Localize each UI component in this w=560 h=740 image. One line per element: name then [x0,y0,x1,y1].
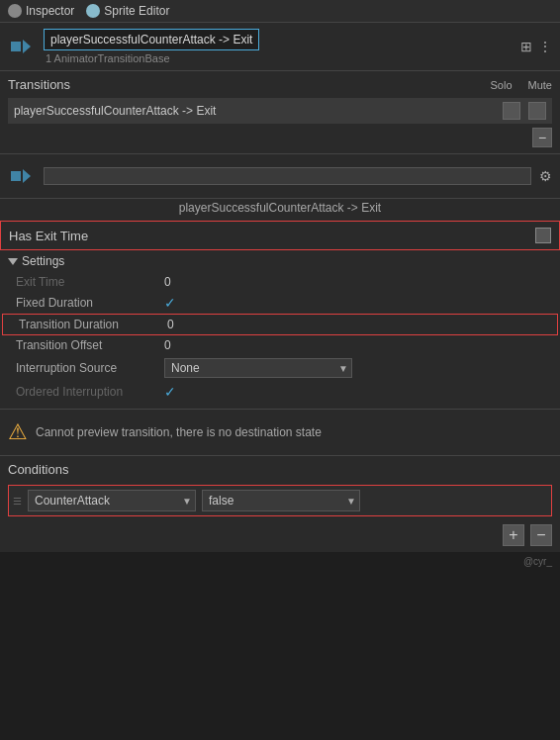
interruption-source-label: Interruption Source [16,361,164,375]
interruption-source-dropdown[interactable]: None Current State Next State Current St… [164,358,352,378]
preview-arrow-icon [8,162,36,190]
ordered-interruption-row: Ordered Interruption ✓ [0,381,560,403]
drag-handle-icon[interactable]: ☰ [13,496,22,507]
title-main: playerSuccessfulCounterAttack -> Exit [44,29,259,50]
solo-label: Solo [491,79,513,91]
has-exit-label: Has Exit Time [9,229,535,243]
warning-section: ⚠ Cannot preview transition, there is no… [0,410,560,456]
transition-offset-value[interactable]: 0 [164,338,171,352]
inspector-tab[interactable]: Inspector [8,4,74,18]
transition-duration-value[interactable]: 0 [167,318,174,331]
expand-triangle-icon [8,258,18,265]
interruption-source-dropdown-wrapper: None Current State Next State Current St… [164,358,352,378]
top-bar: Inspector Sprite Editor [0,0,560,23]
exit-time-row: Exit Time 0 [0,272,560,292]
fixed-duration-row: Fixed Duration ✓ [0,292,560,314]
condition-row: ☰ CounterAttack ▼ false true ▼ [8,485,552,516]
has-exit-row: Has Exit Time [0,221,560,250]
add-condition-button[interactable]: + [503,524,524,546]
transition-row-controls [503,102,546,120]
transitions-label: Transitions [8,77,70,92]
preview-bar [44,167,531,185]
transition-arrow-icon [8,33,36,60]
add-remove-row: + − [8,524,552,546]
svg-rect-0 [11,42,21,51]
remove-condition-button[interactable]: − [530,524,552,546]
transition-offset-row: Transition Offset 0 [0,335,560,355]
transitions-solo-mute: Solo Mute [491,79,553,91]
settings-group-text: Settings [22,254,64,268]
warning-text: Cannot preview transition, there is no d… [36,425,322,439]
interruption-source-row: Interruption Source None Current State N… [0,355,560,381]
exit-time-value[interactable]: 0 [164,275,171,289]
mute-checkbox[interactable] [528,102,546,120]
preview-section: ⚙ [0,154,560,199]
fixed-duration-check[interactable]: ✓ [164,295,176,311]
svg-rect-2 [11,171,21,181]
settings-group-label: Settings [0,250,560,272]
sprite-editor-icon [86,4,100,18]
fixed-duration-label: Fixed Duration [16,296,164,310]
layout-icon[interactable]: ⊞ [520,39,532,54]
svg-marker-1 [23,40,31,53]
condition-param-wrapper: CounterAttack ▼ [28,490,196,511]
title-controls: ⊞ ⋮ [520,39,552,54]
watermark: @cyr_ [0,552,560,571]
transition-row[interactable]: playerSuccessfulCounterAttack -> Exit [8,98,552,124]
conditions-section: Conditions ☰ CounterAttack ▼ false true … [0,456,560,552]
has-exit-checkbox[interactable] [535,228,551,243]
transition-row-label: playerSuccessfulCounterAttack -> Exit [14,104,216,118]
condition-value-wrapper: false true ▼ [202,490,360,511]
solo-checkbox[interactable] [503,102,520,120]
condition-value-dropdown[interactable]: false true [202,490,360,511]
condition-param-dropdown[interactable]: CounterAttack [28,490,196,511]
title-sub: 1 AnimatorTransitionBase [44,50,513,64]
transitions-section: Transitions Solo Mute playerSuccessfulCo… [0,71,560,154]
conditions-header: Conditions [8,462,552,477]
transition-duration-row: Transition Duration 0 [2,314,558,335]
ordered-interruption-label: Ordered Interruption [16,385,164,399]
title-box: playerSuccessfulCounterAttack -> Exit 1 … [44,29,513,64]
svg-marker-3 [23,169,31,183]
title-section: playerSuccessfulCounterAttack -> Exit 1 … [0,23,560,71]
exit-time-label: Exit Time [16,275,164,289]
settings-section: Has Exit Time Settings Exit Time 0 Fixed… [0,221,560,410]
ordered-interruption-check: ✓ [164,384,176,400]
more-options-icon[interactable]: ⋮ [538,39,552,54]
gear-icon[interactable]: ⚙ [539,168,552,184]
mute-label: Mute [528,79,552,91]
remove-transition-row: − [8,128,552,147]
sprite-editor-tab[interactable]: Sprite Editor [86,4,169,18]
transitions-header: Transitions Solo Mute [8,77,552,92]
preview-label: playerSuccessfulCounterAttack -> Exit [0,199,560,221]
warning-icon: ⚠ [8,419,28,445]
transition-duration-label: Transition Duration [19,318,167,331]
transition-offset-label: Transition Offset [16,338,164,352]
inspector-icon [8,4,22,18]
minus-button[interactable]: − [532,128,552,147]
